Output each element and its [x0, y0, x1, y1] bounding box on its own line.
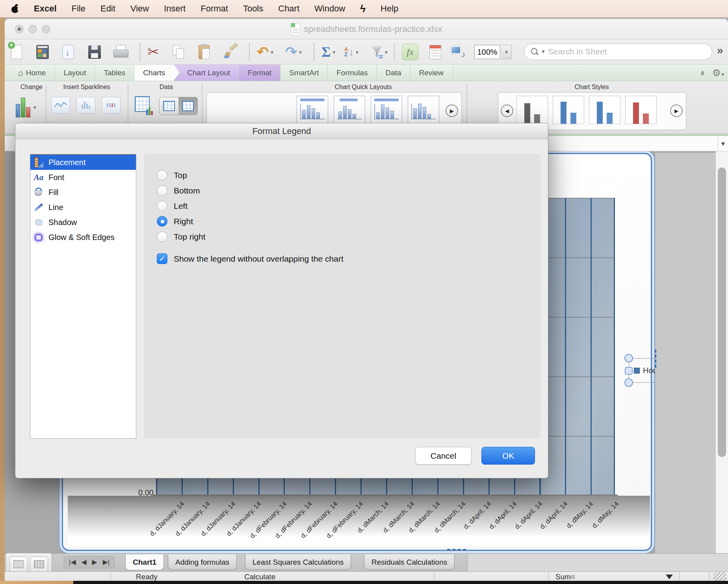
sparkline-column-button[interactable]: [76, 97, 95, 113]
filter-button[interactable]: ▾: [371, 43, 388, 61]
gallery-button[interactable]: [36, 43, 49, 61]
sidebar-item-shadow[interactable]: Shadow: [30, 215, 136, 230]
show-list-button[interactable]: [429, 43, 441, 61]
filter-dropdown-arrow[interactable]: ▾: [385, 49, 388, 55]
selection-handle[interactable]: [624, 378, 633, 387]
checkbox-checked-icon[interactable]: ✓: [157, 253, 167, 264]
vertical-scrollbar[interactable]: [715, 151, 728, 553]
chart-style-4[interactable]: [625, 96, 657, 124]
cancel-button[interactable]: Cancel: [415, 447, 472, 465]
chart-style-1[interactable]: [516, 96, 548, 124]
zoom-dropdown-arrow[interactable]: ▼: [501, 45, 512, 59]
ribbon-collapse-button[interactable]: ∧: [700, 69, 705, 77]
undo-button[interactable]: ↶▾: [257, 43, 273, 61]
autosum-dropdown-arrow[interactable]: ▾: [333, 49, 336, 55]
chart-styles-scroll-left-button[interactable]: ◀: [501, 104, 513, 117]
selection-handle[interactable]: [624, 354, 633, 363]
radio-top[interactable]: Top: [157, 170, 187, 180]
chart-styles-scroll-right-button[interactable]: ▶: [670, 104, 683, 117]
radio-right[interactable]: Right: [157, 216, 193, 227]
ribbon-tab-tables[interactable]: Tables: [95, 65, 134, 81]
quick-layouts-scroll-right-button[interactable]: ▶: [446, 104, 458, 117]
ribbon-tab-review[interactable]: Review: [410, 65, 453, 81]
radio-top-right[interactable]: Top right: [157, 231, 206, 242]
menu-item-insert[interactable]: Insert: [164, 4, 186, 14]
search-scope-dropdown[interactable]: ▼: [541, 49, 546, 54]
radio-circle-selected[interactable]: [157, 216, 167, 227]
menu-item-tools[interactable]: Tools: [243, 4, 263, 14]
radio-bottom[interactable]: Bottom: [157, 185, 200, 196]
ribbon-gear-button[interactable]: ⚙▾: [712, 67, 724, 78]
quick-layout-4[interactable]: [408, 96, 439, 124]
ribbon-tab-smartart[interactable]: SmartArt: [280, 65, 328, 81]
previous-sheet-button[interactable]: ◀: [82, 558, 87, 566]
change-dropdown-arrow[interactable]: ▾: [33, 104, 36, 110]
radio-circle[interactable]: [157, 201, 167, 211]
zoom-control[interactable]: 100% ▼: [474, 43, 512, 61]
new-document-button[interactable]: +: [11, 43, 22, 61]
zoom-value[interactable]: 100%: [474, 45, 500, 59]
vertical-scrollbar-thumb[interactable]: [718, 167, 726, 457]
menu-item-view[interactable]: View: [130, 4, 149, 14]
menu-item-format[interactable]: Format: [201, 4, 228, 14]
quick-layout-3[interactable]: [371, 96, 402, 124]
print-button[interactable]: [113, 43, 128, 61]
sparkline-winloss-button[interactable]: [102, 97, 121, 113]
last-sheet-button[interactable]: ▶|: [103, 558, 110, 566]
first-sheet-button[interactable]: |◀: [69, 558, 76, 566]
sheet-tab-adding-formulas[interactable]: Adding formulas: [168, 554, 237, 570]
menu-item-excel[interactable]: Excel: [34, 4, 57, 14]
ribbon-tab-format[interactable]: Format: [239, 65, 280, 81]
radio-circle[interactable]: [157, 231, 167, 242]
sidebar-item-placement[interactable]: Placement: [30, 155, 136, 170]
sidebar-item-glow-soft-edges[interactable]: Glow & Soft Edges: [30, 230, 136, 245]
chart-style-2[interactable]: [553, 96, 584, 124]
radio-circle[interactable]: [157, 185, 167, 196]
normal-view-button[interactable]: [9, 556, 28, 572]
selection-handle[interactable]: [625, 367, 633, 375]
formula-builder-button[interactable]: fx: [402, 43, 418, 61]
menu-item-file[interactable]: File: [72, 4, 85, 14]
sort-dropdown-arrow[interactable]: ▾: [356, 49, 358, 55]
autosum-button[interactable]: Σ▾: [321, 43, 335, 61]
ribbon-tab-formulas[interactable]: Formulas: [328, 65, 377, 81]
chart-style-3[interactable]: [589, 96, 620, 124]
page-layout-view-button[interactable]: [30, 556, 48, 572]
copy-button[interactable]: [173, 43, 184, 61]
toolbar-overflow-button[interactable]: »: [717, 44, 723, 57]
ribbon-tab-data[interactable]: Data: [377, 65, 410, 81]
quick-layout-2[interactable]: [334, 96, 365, 124]
sidebar-item-font[interactable]: Aa Font: [30, 170, 136, 185]
menu-item-help[interactable]: Help: [381, 4, 398, 14]
window-resize-grip[interactable]: [713, 572, 726, 582]
checkbox-no-overlap[interactable]: ✓ Show the legend without overlapping th…: [157, 253, 344, 264]
plot-by-row-button[interactable]: [160, 97, 178, 115]
paste-button[interactable]: [199, 43, 210, 61]
undo-dropdown-arrow[interactable]: ▾: [271, 49, 273, 55]
search-field[interactable]: ▼: [524, 43, 712, 60]
next-sheet-button[interactable]: ▶: [92, 558, 97, 566]
cut-button[interactable]: ✂: [147, 43, 159, 61]
media-browser-button[interactable]: ♪: [451, 43, 466, 61]
sheet-tab-least-squares[interactable]: Least Squares Calculations: [245, 554, 351, 570]
ribbon-tab-home[interactable]: ⌂Home: [9, 65, 55, 81]
ok-button[interactable]: OK: [481, 447, 535, 465]
format-painter-button[interactable]: [224, 43, 239, 61]
sheet-tab-chart1[interactable]: Chart1: [125, 554, 164, 570]
menu-item-edit[interactable]: Edit: [100, 4, 115, 14]
radio-left[interactable]: Left: [157, 201, 188, 211]
open-button[interactable]: [62, 43, 74, 61]
search-input[interactable]: [548, 47, 706, 56]
redo-button[interactable]: ↷▾: [285, 43, 302, 61]
ribbon-tab-charts[interactable]: Charts: [134, 65, 174, 81]
sort-button[interactable]: AZ↓▾: [344, 43, 358, 61]
quick-layout-1[interactable]: [297, 96, 328, 124]
sidebar-item-line[interactable]: Line: [30, 200, 136, 215]
save-button[interactable]: [88, 43, 101, 61]
menu-item-window[interactable]: Window: [314, 4, 345, 14]
menu-item-chart[interactable]: Chart: [278, 4, 299, 14]
sparkline-line-button[interactable]: [51, 97, 70, 113]
select-data-button[interactable]: [135, 96, 153, 115]
ribbon-tab-layout[interactable]: Layout: [55, 65, 95, 81]
ribbon-tab-chart-layout[interactable]: Chart Layout: [174, 65, 239, 81]
